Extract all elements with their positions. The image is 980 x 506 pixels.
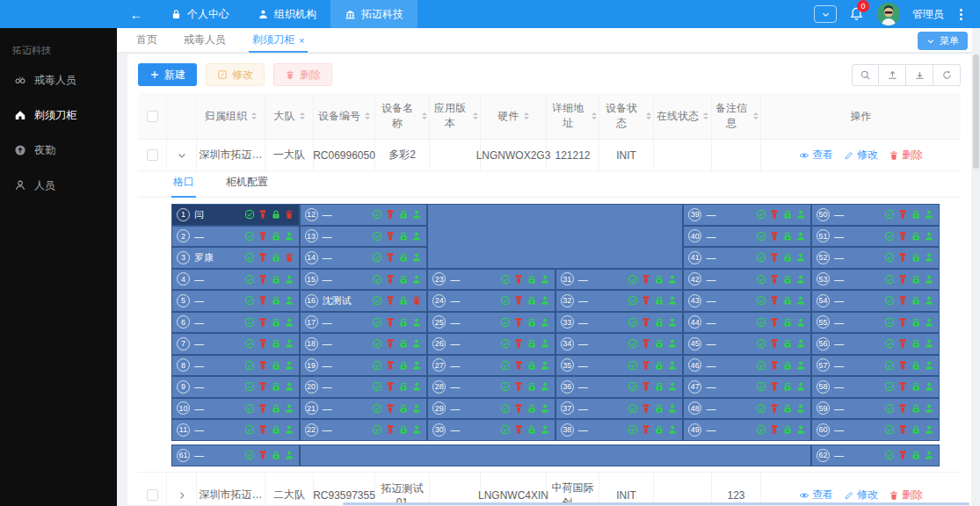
locker-cell[interactable]: 56—	[811, 333, 940, 355]
person-icon[interactable]	[411, 403, 422, 414]
locker-cell[interactable]: 34—	[555, 333, 684, 355]
person-icon[interactable]	[540, 295, 550, 306]
locker-cell[interactable]: 2—	[171, 226, 300, 248]
locker-cell[interactable]: 42—	[683, 269, 811, 291]
person-icon[interactable]	[284, 231, 294, 242]
person-icon[interactable]	[795, 295, 806, 306]
person-icon[interactable]	[411, 338, 422, 349]
locker-cell[interactable]: 58—	[811, 376, 940, 398]
locker-cell[interactable]: 31—	[555, 269, 684, 291]
locker-cell[interactable]: 33—	[555, 312, 684, 334]
locker-cell[interactable]: 3罗康	[171, 247, 300, 269]
person-icon[interactable]	[795, 274, 806, 285]
person-icon[interactable]	[667, 360, 678, 371]
select-all-checkbox[interactable]	[147, 111, 158, 122]
person-icon[interactable]	[284, 360, 294, 371]
locker-cell[interactable]: 5—	[171, 290, 300, 312]
locker-cell[interactable]: 17—	[300, 312, 428, 334]
locker-cell[interactable]: 55—	[811, 312, 940, 334]
export-button[interactable]	[879, 64, 906, 86]
action-delete[interactable]: 删除	[889, 488, 923, 502]
import-button[interactable]	[906, 64, 933, 86]
sidebar-item-jiedu-renyuan[interactable]: 戒毒人员	[0, 62, 117, 98]
locker-cell[interactable]: 1闫	[171, 204, 300, 226]
locker-cell[interactable]: 19—	[300, 355, 428, 377]
locker-cell[interactable]: 22—	[300, 419, 428, 441]
vertical-scrollbar[interactable]	[972, 28, 980, 506]
action-edit[interactable]: 修改	[844, 488, 878, 502]
person-icon[interactable]	[284, 295, 294, 306]
sort-icon[interactable]	[422, 110, 427, 122]
person-icon[interactable]	[284, 424, 294, 435]
username-label[interactable]: 管理员	[912, 7, 944, 22]
tab-home[interactable]: 首页	[136, 28, 157, 53]
person-icon[interactable]	[411, 381, 422, 392]
person-icon[interactable]	[667, 381, 678, 392]
trash-icon[interactable]	[284, 209, 294, 220]
person-icon[interactable]	[667, 274, 678, 285]
sidebar-item-tixu-daogui[interactable]: 剃须刀柜	[0, 98, 117, 133]
locker-cell[interactable]: 50—	[811, 204, 940, 226]
person-icon[interactable]	[540, 403, 550, 414]
person-icon[interactable]	[795, 381, 806, 392]
person-icon[interactable]	[540, 338, 550, 349]
nav-item-personal-center[interactable]: 个人中心	[156, 0, 243, 28]
nav-item-organization[interactable]: 组织机构	[243, 0, 330, 28]
locker-cell[interactable]: 46—	[683, 355, 811, 377]
locker-cell[interactable]: 29—	[427, 398, 555, 420]
locker-cell[interactable]: 7—	[171, 333, 300, 355]
person-icon[interactable]	[924, 360, 934, 371]
row-expand-toggle[interactable]	[177, 150, 187, 161]
person-icon[interactable]	[540, 360, 550, 371]
sort-icon[interactable]	[524, 110, 529, 122]
locker-cell[interactable]: 36—	[555, 376, 684, 398]
person-icon[interactable]	[284, 317, 294, 328]
person-icon[interactable]	[540, 424, 550, 435]
column-header-team[interactable]: 大队	[265, 93, 314, 139]
person-icon[interactable]	[667, 338, 678, 349]
locker-cell[interactable]: 11—	[171, 419, 300, 441]
person-icon[interactable]	[667, 317, 678, 328]
person-icon[interactable]	[540, 317, 550, 328]
column-header-hardware[interactable]: 硬件	[481, 93, 547, 139]
locker-cell[interactable]: 37—	[555, 398, 684, 420]
person-icon[interactable]	[540, 381, 550, 392]
locker-cell[interactable]: 48—	[683, 398, 811, 420]
locker-cell[interactable]: 32—	[555, 290, 684, 312]
person-icon[interactable]	[795, 231, 806, 242]
locker-cell[interactable]: 14—	[300, 247, 428, 269]
person-icon[interactable]	[411, 424, 422, 435]
sort-icon[interactable]	[646, 110, 651, 122]
locker-cell[interactable]: 44—	[683, 312, 811, 334]
column-header-device-no[interactable]: 设备编号	[314, 93, 375, 139]
column-header-org[interactable]: 归属组织	[197, 93, 265, 139]
sort-icon[interactable]	[753, 110, 759, 122]
sort-icon[interactable]	[592, 110, 597, 122]
navbar-collapse-button[interactable]	[814, 5, 837, 23]
locker-cell[interactable]: 12—	[300, 204, 428, 226]
action-delete[interactable]: 删除	[889, 148, 923, 163]
person-icon[interactable]	[924, 403, 934, 414]
row-checkbox[interactable]	[147, 489, 158, 501]
tab-jiedu-renyuan[interactable]: 戒毒人员	[184, 28, 226, 53]
person-icon[interactable]	[795, 338, 806, 349]
action-view[interactable]: 查看	[799, 488, 833, 502]
action-edit[interactable]: 修改	[844, 148, 878, 163]
person-icon[interactable]	[411, 209, 422, 220]
column-header-online-status[interactable]: 在线状态	[654, 93, 712, 139]
locker-cell[interactable]: 26—	[427, 333, 555, 355]
menu-button[interactable]: 菜单	[918, 32, 968, 50]
locker-cell[interactable]: 43—	[683, 290, 811, 312]
locker-cell[interactable]: 61—	[171, 445, 300, 466]
column-header-remark[interactable]: 备注信息	[712, 93, 761, 139]
person-icon[interactable]	[284, 381, 294, 392]
person-icon[interactable]	[795, 252, 806, 263]
person-icon[interactable]	[924, 231, 934, 242]
tab-tixu-daogui[interactable]: 剃须刀柜×	[252, 28, 304, 53]
person-icon[interactable]	[284, 338, 294, 349]
person-icon[interactable]	[795, 360, 806, 371]
locker-cell[interactable]: 6—	[171, 312, 300, 334]
locker-cell[interactable]: 13—	[300, 226, 428, 248]
sort-icon[interactable]	[365, 110, 370, 122]
person-icon[interactable]	[411, 252, 422, 263]
